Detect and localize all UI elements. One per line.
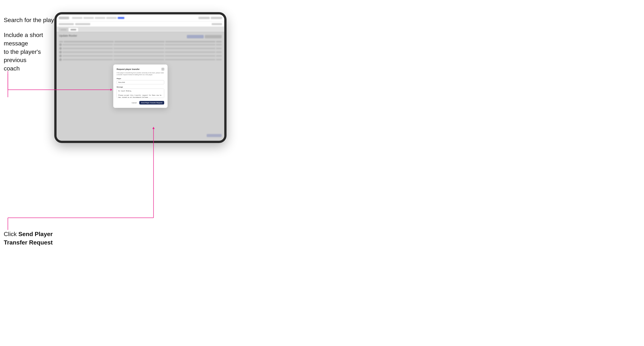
player-field-label: Player	[117, 78, 164, 79]
modal-overlay: Request player transfer ✕ If the player …	[56, 32, 224, 141]
app-header	[56, 14, 224, 21]
tablet-screen: Update Roster	[56, 14, 224, 141]
header-right	[198, 17, 222, 19]
breadcrumb-1	[59, 23, 74, 25]
tablet-device: Update Roster	[54, 12, 226, 143]
app-nav	[72, 17, 124, 19]
tab-1-label	[61, 29, 66, 30]
nav-item-5-active	[118, 17, 124, 19]
modal-footer: Cancel Send Player Transfer Request	[117, 101, 164, 105]
app-logo	[59, 17, 69, 19]
modal-close-button[interactable]: ✕	[162, 68, 164, 70]
breadcrumb-2	[75, 23, 90, 25]
player-search-input[interactable]	[117, 80, 164, 84]
header-btn-1	[198, 17, 210, 19]
tab-2-label	[70, 29, 76, 30]
cancel-button[interactable]: Cancel	[130, 101, 138, 105]
modal-title: Request player transfer	[117, 68, 140, 70]
message-field-label: Message	[117, 86, 164, 88]
nav-item-4	[106, 17, 117, 19]
modal-dialog: Request player transfer ✕ If the player …	[113, 64, 168, 108]
send-transfer-request-button[interactable]: Send Player Transfer Request	[139, 101, 164, 105]
message-textarea[interactable]: Hi Coach McHarg, Please accept this tran…	[117, 89, 164, 98]
header-btn-2	[211, 17, 222, 19]
annotation-message-text: Include a short messageto the player's p…	[4, 31, 56, 73]
subheader-right	[212, 23, 222, 25]
nav-item-1	[72, 17, 82, 19]
tab-1	[59, 28, 68, 32]
annotation-click-text: Click Send PlayerTransfer Request	[4, 230, 52, 247]
tab-2-active	[69, 28, 78, 32]
app-tabbar	[56, 27, 224, 32]
nav-item-2	[84, 17, 94, 19]
nav-item-3	[95, 17, 105, 19]
app-subheader	[56, 21, 224, 27]
annotation-click-bold: Send PlayerTransfer Request	[4, 231, 52, 246]
modal-description: If the player is transferring from anoth…	[117, 72, 164, 76]
modal-header: Request player transfer ✕	[117, 68, 164, 70]
annotation-search-text: Search for the player.	[4, 16, 61, 24]
